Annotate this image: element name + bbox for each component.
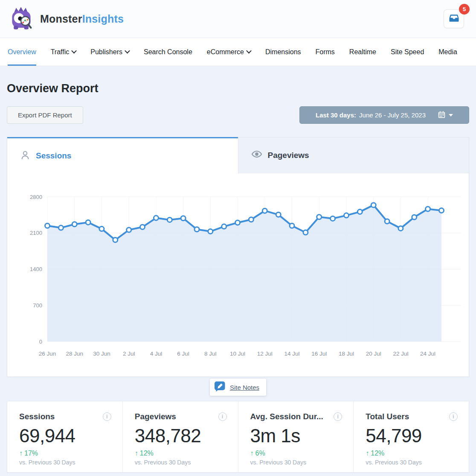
note-pencil-icon xyxy=(214,381,226,394)
stat-title: Sessions xyxy=(19,412,55,421)
up-arrow-icon: ↑ xyxy=(135,450,138,457)
svg-text:26 Jun: 26 Jun xyxy=(39,350,56,357)
site-notes-button[interactable]: Site Notes xyxy=(210,379,266,396)
info-icon[interactable]: i xyxy=(334,412,342,421)
nav-tab-label: Media xyxy=(438,48,457,56)
date-range-picker[interactable]: Last 30 days: June 26 - July 25, 2023 xyxy=(299,106,469,124)
nav-tab-label: Overview xyxy=(8,48,36,56)
main-nav: Overview Traffic Publishers Search Conso… xyxy=(0,38,476,66)
site-notes-row: Site Notes xyxy=(7,379,469,396)
eye-icon xyxy=(251,149,262,162)
caret-down-icon xyxy=(449,114,453,117)
nav-tab-site-speed[interactable]: Site Speed xyxy=(391,38,424,66)
nav-tab-label: Forms xyxy=(316,48,335,56)
stat-delta: ↑17% xyxy=(19,450,111,457)
nav-tab-label: Site Speed xyxy=(391,48,424,56)
site-notes-label: Site Notes xyxy=(230,384,259,391)
svg-text:18 Jul: 18 Jul xyxy=(339,350,354,357)
info-icon[interactable]: i xyxy=(218,412,227,421)
stat-value: 54,799 xyxy=(366,425,458,447)
date-range-prefix: Last 30 days: xyxy=(316,111,356,119)
nav-tab-label: Search Console xyxy=(144,48,192,56)
chevron-down-icon xyxy=(246,48,252,53)
svg-text:8 Jul: 8 Jul xyxy=(204,350,217,357)
svg-text:10 Jul: 10 Jul xyxy=(230,350,245,357)
nav-tab-publishers[interactable]: Publishers xyxy=(90,38,129,66)
date-range-value: June 26 - July 25, 2023 xyxy=(359,111,426,119)
app-header: MonsterInsights 5 xyxy=(0,0,476,38)
nav-tab-media[interactable]: Media xyxy=(438,38,457,66)
stat-comparison-label: vs. Previous 30 Days xyxy=(135,459,227,466)
stat-title: Avg. Session Dur... xyxy=(250,412,323,421)
inbox-icon xyxy=(448,13,460,25)
notifications: 5 xyxy=(444,9,464,28)
sessions-chart-panel: Sessions Pageviews 070014002100280026 Ju… xyxy=(7,137,469,377)
stat-delta: ↑6% xyxy=(250,450,342,457)
export-pdf-button[interactable]: Export PDF Report xyxy=(7,106,83,124)
monsterinsights-dashboard: MonsterInsights 5 Overview Traffic Publi… xyxy=(0,0,476,476)
report-toolbar: Export PDF Report Last 30 days: June 26 … xyxy=(7,106,469,124)
stat-comparison-label: vs. Previous 30 Days xyxy=(366,459,458,466)
stat-title: Total Users xyxy=(366,412,409,421)
tab-pageviews-label: Pageviews xyxy=(268,151,309,160)
svg-text:20 Jul: 20 Jul xyxy=(366,350,381,357)
nav-tab-overview[interactable]: Overview xyxy=(8,38,36,66)
date-picker-icons xyxy=(438,111,453,120)
nav-tab-label: Traffic xyxy=(51,48,70,56)
svg-text:6 Jul: 6 Jul xyxy=(177,350,189,357)
svg-text:1400: 1400 xyxy=(30,266,42,272)
nav-tab-label: Publishers xyxy=(90,48,122,56)
nav-tab-label: eCommerce xyxy=(207,48,244,56)
svg-text:16 Jul: 16 Jul xyxy=(311,350,327,357)
svg-text:4 Jul: 4 Jul xyxy=(150,350,163,357)
nav-tab-ecommerce[interactable]: eCommerce xyxy=(207,38,251,66)
overview-stats-panel: Sessions i 69,944 ↑17% vs. Previous 30 D… xyxy=(7,401,469,473)
nav-tab-label: Dimensions xyxy=(265,48,301,56)
chevron-down-icon xyxy=(71,48,77,53)
tab-pageviews[interactable]: Pageviews xyxy=(238,137,469,173)
stat-comparison-label: vs. Previous 30 Days xyxy=(250,459,342,466)
svg-text:700: 700 xyxy=(33,302,42,309)
up-arrow-icon: ↑ xyxy=(19,450,23,457)
info-icon[interactable]: i xyxy=(449,412,458,421)
tab-sessions-label: Sessions xyxy=(36,151,71,161)
stat-value: 348,782 xyxy=(135,425,227,447)
stat-delta: ↑12% xyxy=(366,450,458,457)
svg-text:22 Jul: 22 Jul xyxy=(393,350,408,357)
nav-tab-label: Realtime xyxy=(349,48,376,56)
stat-delta: ↑12% xyxy=(135,450,227,457)
svg-text:28 Jun: 28 Jun xyxy=(66,350,83,357)
chart-metric-tabs: Sessions Pageviews xyxy=(7,137,469,173)
svg-text:30 Jun: 30 Jun xyxy=(93,350,110,357)
tab-sessions[interactable]: Sessions xyxy=(7,137,238,173)
info-icon[interactable]: i xyxy=(103,412,111,421)
nav-tab-realtime[interactable]: Realtime xyxy=(349,38,376,66)
sessions-chart-area: 070014002100280026 Jun28 Jun30 Jun2 Jul4… xyxy=(7,173,470,377)
stat-card-sessions: Sessions i 69,944 ↑17% vs. Previous 30 D… xyxy=(7,401,123,472)
chevron-down-icon xyxy=(125,48,130,53)
stat-comparison-label: vs. Previous 30 Days xyxy=(19,459,111,466)
stat-card-total-users: Total Users i 54,799 ↑12% vs. Previous 3… xyxy=(354,401,469,472)
stat-card-avg-session-duration: Avg. Session Dur... i 3m 1s ↑6% vs. Prev… xyxy=(238,401,354,472)
brand-name: MonsterInsights xyxy=(40,13,124,25)
svg-text:0: 0 xyxy=(39,339,42,345)
stat-value: 69,944 xyxy=(19,425,111,447)
page-title: Overview Report xyxy=(7,82,469,95)
notification-count-badge: 5 xyxy=(459,4,470,15)
nav-tab-search-console[interactable]: Search Console xyxy=(144,38,192,66)
person-icon xyxy=(20,150,30,162)
up-arrow-icon: ↑ xyxy=(250,450,254,457)
nav-tab-dimensions[interactable]: Dimensions xyxy=(265,38,301,66)
brand: MonsterInsights xyxy=(9,6,124,32)
svg-text:24 Jul: 24 Jul xyxy=(420,350,435,357)
nav-tab-forms[interactable]: Forms xyxy=(316,38,335,66)
stat-title: Pageviews xyxy=(135,412,176,421)
monsterinsights-logo-icon xyxy=(9,6,34,32)
nav-tab-traffic[interactable]: Traffic xyxy=(51,38,76,66)
stat-card-pageviews: Pageviews i 348,782 ↑12% vs. Previous 30… xyxy=(123,401,238,472)
stat-value: 3m 1s xyxy=(250,425,342,447)
sessions-chart[interactable]: 070014002100280026 Jun28 Jun30 Jun2 Jul4… xyxy=(7,173,470,377)
up-arrow-icon: ↑ xyxy=(366,450,369,457)
svg-text:2800: 2800 xyxy=(30,194,42,200)
calendar-icon xyxy=(438,111,445,120)
